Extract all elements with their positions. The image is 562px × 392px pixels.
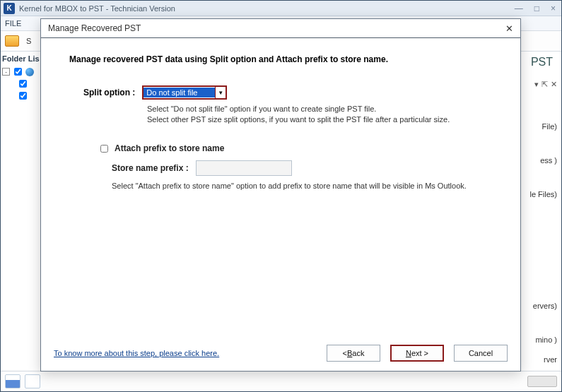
- side-label: ess ): [520, 156, 557, 165]
- tree-toggle-icon[interactable]: -: [2, 68, 10, 76]
- close-window-button[interactable]: ×: [548, 4, 558, 13]
- folder-list-title: Folder Lis: [2, 53, 42, 66]
- calendar-icon[interactable]: [5, 374, 21, 388]
- window-controls: — □ ×: [512, 4, 558, 13]
- main-tab-label: PST: [522, 52, 561, 73]
- split-help-text-2: Select other PST size split options, if …: [147, 114, 492, 125]
- folder-list-pane: Folder Lis -: [1, 52, 45, 370]
- pane-dropdown-icon[interactable]: ▾: [534, 80, 539, 89]
- store-prefix-input[interactable]: [196, 160, 292, 176]
- dialog-heading: Manage recovered PST data using Split op…: [69, 54, 492, 64]
- back-button-mnemonic: B: [347, 349, 352, 357]
- open-folder-icon[interactable]: [5, 35, 19, 47]
- next-button[interactable]: Next >: [390, 345, 444, 362]
- tree-child-checkbox-2[interactable]: [19, 92, 27, 100]
- dialog-close-button[interactable]: ✕: [505, 23, 513, 34]
- bottom-toolbar: [1, 371, 561, 391]
- attach-prefix-help: Select "Attach prefix to store name" opt…: [112, 182, 492, 190]
- back-button-rest: ack: [352, 349, 364, 357]
- maximize-button[interactable]: □: [532, 4, 542, 13]
- split-option-select[interactable]: Do not split file ▼: [142, 85, 227, 100]
- toolbar-item-1[interactable]: S: [26, 37, 31, 45]
- help-link[interactable]: To know more about this step, please cli…: [54, 349, 219, 357]
- dialog-titlebar: Manage Recovered PST ✕: [41, 19, 520, 38]
- minimize-button[interactable]: —: [512, 4, 526, 13]
- store-prefix-row: Store name prefix :: [112, 160, 492, 176]
- tree-root-checkbox[interactable]: [14, 68, 22, 76]
- bottom-tool-icon[interactable]: [25, 374, 40, 388]
- pane-pin-icon[interactable]: ⇱: [541, 80, 548, 89]
- dialog-title: Manage Recovered PST: [48, 23, 141, 33]
- dialog-body: Manage recovered PST data using Split op…: [41, 37, 520, 335]
- horizontal-scrollbar[interactable]: [527, 376, 557, 387]
- pane-close-icon[interactable]: ✕: [551, 80, 557, 89]
- manage-recovered-pst-dialog: Manage Recovered PST ✕ Manage recovered …: [40, 18, 521, 372]
- main-titlebar: K Kernel for MBOX to PST - Technician Ve…: [1, 1, 561, 16]
- tree-child-checkbox-1[interactable]: [19, 80, 27, 88]
- dialog-footer: To know more about this step, please cli…: [41, 335, 520, 371]
- split-help-text-1: Select "Do not split file" option if you…: [147, 104, 492, 114]
- cancel-button[interactable]: Cancel: [454, 345, 508, 362]
- side-label: File): [520, 122, 557, 131]
- attach-prefix-checkbox[interactable]: [100, 145, 108, 153]
- side-label: rver: [520, 355, 557, 364]
- app-icon: K: [4, 3, 15, 14]
- tree-child-row-1[interactable]: [2, 78, 42, 90]
- attach-prefix-row: Attach prefix to store name: [98, 143, 492, 155]
- side-label: ervers): [520, 302, 557, 310]
- main-window-title: Kernel for MBOX to PST - Technician Vers…: [19, 4, 512, 13]
- split-option-label: Split option :: [83, 88, 135, 97]
- menu-file[interactable]: FILE: [5, 19, 21, 28]
- store-prefix-label: Store name prefix :: [112, 163, 189, 173]
- next-button-mnemonic: N: [406, 349, 411, 357]
- attach-prefix-label: Attach prefix to store name: [115, 143, 224, 153]
- pane-tools: ▾ ⇱ ✕: [534, 80, 557, 89]
- next-button-rest: ext >: [411, 349, 428, 357]
- tree-root-row[interactable]: -: [2, 66, 42, 78]
- globe-icon: [25, 68, 34, 76]
- tree-child-row-2[interactable]: [2, 90, 42, 102]
- side-label: mino ): [520, 335, 557, 344]
- side-category-labels: File) ess ) le Files) ervers) mino ) rve…: [520, 122, 557, 384]
- split-option-row: Split option : Do not split file ▼: [83, 85, 492, 100]
- side-label: le Files): [520, 190, 557, 198]
- back-button[interactable]: < Back: [327, 345, 380, 362]
- split-option-value: Do not split file: [144, 88, 215, 97]
- chevron-down-icon[interactable]: ▼: [215, 87, 226, 98]
